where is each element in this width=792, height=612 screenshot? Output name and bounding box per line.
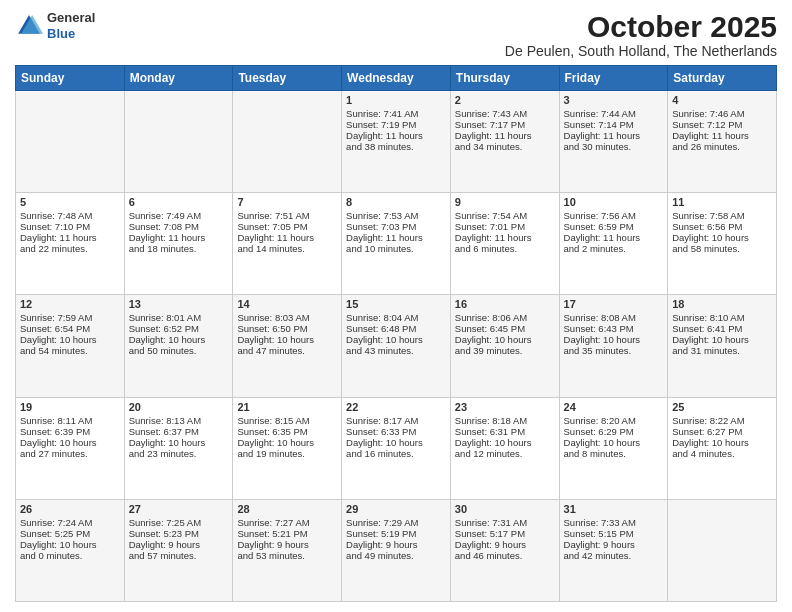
day-info-line: Daylight: 9 hours xyxy=(237,539,337,550)
logo-blue: Blue xyxy=(47,26,95,42)
calendar-week-row: 1Sunrise: 7:41 AMSunset: 7:19 PMDaylight… xyxy=(16,91,777,193)
day-info-line: Sunrise: 8:06 AM xyxy=(455,312,555,323)
calendar-cell: 19Sunrise: 8:11 AMSunset: 6:39 PMDayligh… xyxy=(16,397,125,499)
day-number: 2 xyxy=(455,94,555,106)
day-number: 10 xyxy=(564,196,664,208)
day-number: 6 xyxy=(129,196,229,208)
day-info-line: Sunset: 6:39 PM xyxy=(20,426,120,437)
day-info-line: Sunset: 7:08 PM xyxy=(129,221,229,232)
day-info-line: Sunset: 5:23 PM xyxy=(129,528,229,539)
calendar-header-row: SundayMondayTuesdayWednesdayThursdayFrid… xyxy=(16,66,777,91)
day-info-line: and 39 minutes. xyxy=(455,345,555,356)
day-header-thursday: Thursday xyxy=(450,66,559,91)
day-number: 22 xyxy=(346,401,446,413)
day-info-line: and 14 minutes. xyxy=(237,243,337,254)
day-info-line: Sunset: 6:41 PM xyxy=(672,323,772,334)
calendar-cell: 31Sunrise: 7:33 AMSunset: 5:15 PMDayligh… xyxy=(559,499,668,601)
day-info-line: Daylight: 10 hours xyxy=(346,437,446,448)
day-number: 8 xyxy=(346,196,446,208)
day-info-line: Sunset: 5:15 PM xyxy=(564,528,664,539)
day-info-line: Sunrise: 8:10 AM xyxy=(672,312,772,323)
day-info-line: Sunrise: 8:13 AM xyxy=(129,415,229,426)
day-info-line: Daylight: 10 hours xyxy=(20,334,120,345)
header: General Blue October 2025 De Peulen, Sou… xyxy=(15,10,777,59)
day-info-line: and 4 minutes. xyxy=(672,448,772,459)
day-info-line: Daylight: 10 hours xyxy=(20,437,120,448)
day-number: 24 xyxy=(564,401,664,413)
day-info-line: Sunrise: 7:46 AM xyxy=(672,108,772,119)
day-info-line: and 38 minutes. xyxy=(346,141,446,152)
day-info-line: and 6 minutes. xyxy=(455,243,555,254)
day-info-line: Sunrise: 7:27 AM xyxy=(237,517,337,528)
day-info-line: Sunset: 6:43 PM xyxy=(564,323,664,334)
day-info-line: Sunset: 5:17 PM xyxy=(455,528,555,539)
day-info-line: Daylight: 11 hours xyxy=(564,232,664,243)
day-info-line: Sunset: 5:21 PM xyxy=(237,528,337,539)
day-info-line: Sunrise: 8:04 AM xyxy=(346,312,446,323)
day-info-line: and 57 minutes. xyxy=(129,550,229,561)
day-info-line: Daylight: 11 hours xyxy=(237,232,337,243)
day-info-line: Sunrise: 7:56 AM xyxy=(564,210,664,221)
day-number: 7 xyxy=(237,196,337,208)
day-info-line: Sunset: 6:59 PM xyxy=(564,221,664,232)
day-info-line: and 43 minutes. xyxy=(346,345,446,356)
day-number: 15 xyxy=(346,298,446,310)
day-number: 29 xyxy=(346,503,446,515)
day-info-line: Sunrise: 7:43 AM xyxy=(455,108,555,119)
day-info-line: Sunrise: 7:54 AM xyxy=(455,210,555,221)
calendar-cell: 6Sunrise: 7:49 AMSunset: 7:08 PMDaylight… xyxy=(124,193,233,295)
day-info-line: Sunset: 7:14 PM xyxy=(564,119,664,130)
day-info-line: Daylight: 9 hours xyxy=(346,539,446,550)
day-info-line: Sunset: 7:12 PM xyxy=(672,119,772,130)
day-info-line: and 35 minutes. xyxy=(564,345,664,356)
day-info-line: Daylight: 11 hours xyxy=(346,130,446,141)
day-header-friday: Friday xyxy=(559,66,668,91)
day-number: 17 xyxy=(564,298,664,310)
day-info-line: and 50 minutes. xyxy=(129,345,229,356)
calendar-week-row: 19Sunrise: 8:11 AMSunset: 6:39 PMDayligh… xyxy=(16,397,777,499)
day-info-line: Daylight: 11 hours xyxy=(346,232,446,243)
day-number: 31 xyxy=(564,503,664,515)
calendar-week-row: 5Sunrise: 7:48 AMSunset: 7:10 PMDaylight… xyxy=(16,193,777,295)
calendar-cell: 8Sunrise: 7:53 AMSunset: 7:03 PMDaylight… xyxy=(342,193,451,295)
calendar-cell: 17Sunrise: 8:08 AMSunset: 6:43 PMDayligh… xyxy=(559,295,668,397)
day-info-line: Sunrise: 8:20 AM xyxy=(564,415,664,426)
day-number: 13 xyxy=(129,298,229,310)
day-header-tuesday: Tuesday xyxy=(233,66,342,91)
day-number: 30 xyxy=(455,503,555,515)
day-info-line: Sunset: 7:01 PM xyxy=(455,221,555,232)
day-number: 1 xyxy=(346,94,446,106)
calendar-cell: 27Sunrise: 7:25 AMSunset: 5:23 PMDayligh… xyxy=(124,499,233,601)
day-info-line: and 46 minutes. xyxy=(455,550,555,561)
day-number: 5 xyxy=(20,196,120,208)
day-number: 19 xyxy=(20,401,120,413)
day-info-line: Sunrise: 8:01 AM xyxy=(129,312,229,323)
day-info-line: Sunrise: 7:33 AM xyxy=(564,517,664,528)
day-number: 16 xyxy=(455,298,555,310)
day-info-line: Sunrise: 7:51 AM xyxy=(237,210,337,221)
calendar-week-row: 12Sunrise: 7:59 AMSunset: 6:54 PMDayligh… xyxy=(16,295,777,397)
calendar-cell: 5Sunrise: 7:48 AMSunset: 7:10 PMDaylight… xyxy=(16,193,125,295)
logo-general: General xyxy=(47,10,95,26)
day-info-line: and 31 minutes. xyxy=(672,345,772,356)
calendar-cell: 28Sunrise: 7:27 AMSunset: 5:21 PMDayligh… xyxy=(233,499,342,601)
day-info-line: Sunset: 6:54 PM xyxy=(20,323,120,334)
day-info-line: Daylight: 9 hours xyxy=(129,539,229,550)
day-number: 28 xyxy=(237,503,337,515)
day-number: 18 xyxy=(672,298,772,310)
day-info-line: Daylight: 11 hours xyxy=(672,130,772,141)
day-info-line: and 26 minutes. xyxy=(672,141,772,152)
day-info-line: Sunset: 5:25 PM xyxy=(20,528,120,539)
calendar-cell: 2Sunrise: 7:43 AMSunset: 7:17 PMDaylight… xyxy=(450,91,559,193)
day-info-line: Daylight: 10 hours xyxy=(672,437,772,448)
day-info-line: Sunset: 7:10 PM xyxy=(20,221,120,232)
day-number: 27 xyxy=(129,503,229,515)
day-info-line: Daylight: 10 hours xyxy=(237,437,337,448)
day-info-line: Sunrise: 7:53 AM xyxy=(346,210,446,221)
day-info-line: Daylight: 10 hours xyxy=(237,334,337,345)
page: General Blue October 2025 De Peulen, Sou… xyxy=(0,0,792,612)
day-info-line: Sunset: 6:52 PM xyxy=(129,323,229,334)
day-info-line: Sunrise: 8:18 AM xyxy=(455,415,555,426)
day-info-line: Daylight: 9 hours xyxy=(564,539,664,550)
calendar-cell: 14Sunrise: 8:03 AMSunset: 6:50 PMDayligh… xyxy=(233,295,342,397)
